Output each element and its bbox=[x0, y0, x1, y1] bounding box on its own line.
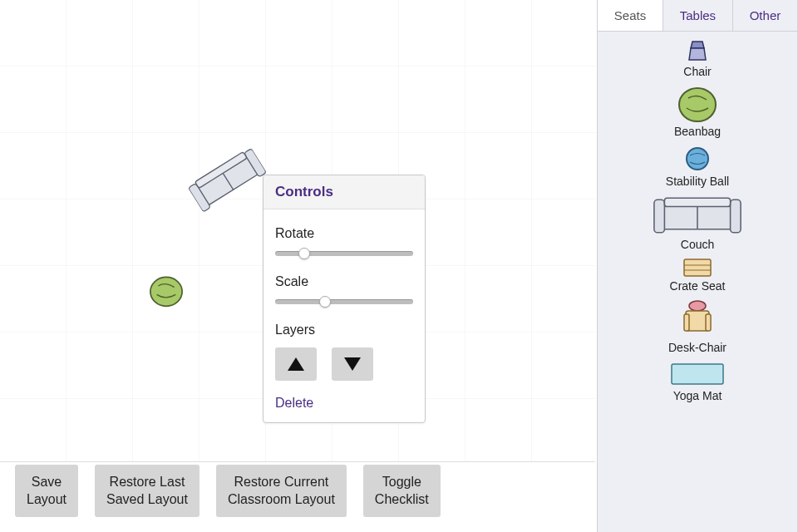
tab-seats[interactable]: Seats bbox=[598, 0, 663, 31]
palette-item-yoga-mat[interactable]: Yoga Mat bbox=[670, 359, 725, 406]
palette-items: Chair Beanbag Stability Ball bbox=[598, 32, 797, 406]
triangle-down-icon bbox=[344, 357, 361, 371]
palette-item-label: Desk-Chair bbox=[668, 341, 727, 354]
delete-button[interactable]: Delete bbox=[275, 396, 413, 411]
save-layout-button[interactable]: Save Layout bbox=[15, 465, 78, 517]
svg-point-5 bbox=[150, 277, 182, 306]
svg-point-7 bbox=[687, 148, 708, 170]
scale-slider-thumb[interactable] bbox=[319, 296, 331, 308]
bottom-toolbar: Save Layout Restore Last Saved Layout Re… bbox=[0, 456, 595, 532]
palette-item-label: Crate Seat bbox=[670, 279, 726, 293]
svg-rect-13 bbox=[684, 259, 711, 276]
restore-current-button[interactable]: Restore Current Classroom Layout bbox=[216, 465, 347, 517]
scale-label: Scale bbox=[275, 274, 413, 289]
palette-item-desk-chair[interactable]: Desk-Chair bbox=[668, 298, 727, 357]
layer-down-button[interactable] bbox=[332, 347, 373, 381]
palette-item-label: Couch bbox=[681, 238, 714, 251]
layers-label: Layers bbox=[275, 323, 413, 337]
placed-item-beanbag[interactable] bbox=[148, 274, 185, 308]
rotate-slider[interactable] bbox=[275, 251, 413, 256]
svg-rect-12 bbox=[664, 198, 730, 206]
palette-item-crate-seat[interactable]: Crate Seat bbox=[670, 256, 726, 296]
svg-rect-19 bbox=[706, 314, 711, 331]
palette-item-label: Beanbag bbox=[674, 125, 721, 138]
svg-point-16 bbox=[689, 301, 706, 311]
layout-canvas[interactable]: Controls Rotate Scale Layers Delete bbox=[0, 0, 595, 462]
rotate-label: Rotate bbox=[275, 226, 413, 241]
toggle-checklist-button[interactable]: Toggle Checklist bbox=[363, 465, 441, 517]
svg-point-6 bbox=[679, 88, 716, 121]
triangle-up-icon bbox=[288, 357, 304, 371]
restore-last-button[interactable]: Restore Last Saved Layout bbox=[95, 465, 200, 517]
svg-rect-18 bbox=[684, 314, 689, 331]
palette-item-label: Stability Ball bbox=[666, 175, 729, 188]
furniture-palette: Seats Tables Other Chair Beanbag bbox=[597, 0, 798, 532]
palette-tabs: Seats Tables Other bbox=[598, 0, 797, 32]
palette-item-chair[interactable]: Chair bbox=[683, 37, 711, 81]
svg-rect-20 bbox=[672, 364, 723, 384]
couch-icon bbox=[653, 195, 742, 236]
chair-icon bbox=[686, 38, 709, 63]
svg-rect-9 bbox=[654, 200, 665, 233]
svg-rect-10 bbox=[731, 200, 741, 233]
palette-item-beanbag[interactable]: Beanbag bbox=[674, 83, 721, 141]
palette-item-couch[interactable]: Couch bbox=[653, 193, 742, 254]
palette-item-label: Yoga Mat bbox=[673, 389, 722, 402]
placed-item-couch[interactable] bbox=[185, 144, 268, 214]
controls-panel: Controls Rotate Scale Layers Delete bbox=[263, 175, 426, 423]
yoga-mat-icon bbox=[670, 361, 725, 387]
tab-other[interactable]: Other bbox=[733, 0, 797, 31]
palette-item-stability-ball[interactable]: Stability Ball bbox=[666, 143, 729, 191]
crate-seat-icon bbox=[682, 258, 712, 278]
rotate-slider-thumb[interactable] bbox=[298, 248, 310, 259]
desk-chair-icon bbox=[679, 299, 716, 339]
scale-slider[interactable] bbox=[275, 299, 413, 304]
beanbag-icon bbox=[677, 85, 718, 123]
layer-up-button[interactable] bbox=[275, 347, 317, 381]
tab-tables[interactable]: Tables bbox=[663, 0, 733, 31]
palette-item-label: Chair bbox=[683, 65, 711, 78]
controls-title: Controls bbox=[264, 175, 425, 209]
stability-ball-icon bbox=[683, 145, 712, 173]
